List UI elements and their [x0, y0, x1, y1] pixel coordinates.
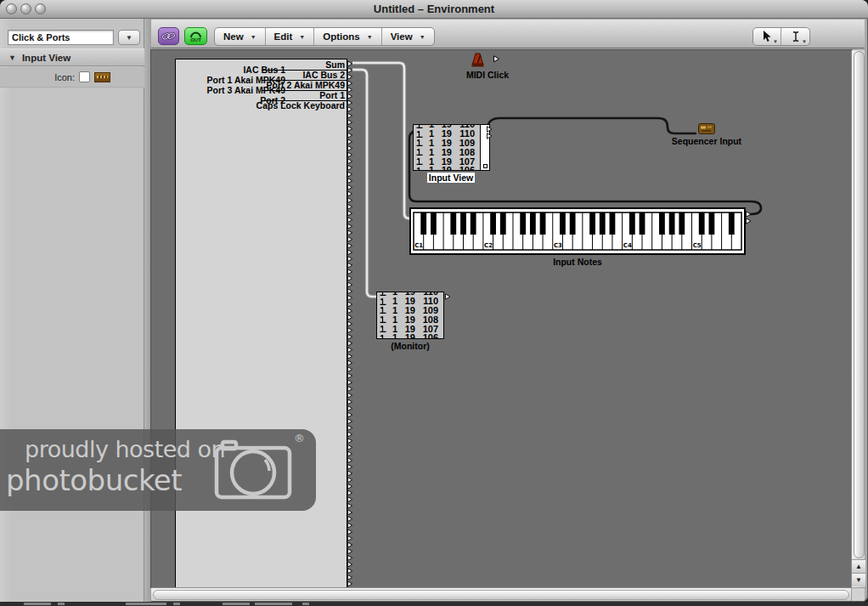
- window-title: Untitled – Environment: [0, 3, 868, 15]
- input-view-monitor-rows: 119110119110119109119108119107119106: [414, 125, 479, 170]
- link-icon: [161, 30, 176, 42]
- monitor-row: 119106: [416, 166, 479, 170]
- svg-text:OUT: OUT: [190, 37, 201, 42]
- icon-parameter-label: Icon:: [0, 72, 75, 82]
- menu-options[interactable]: Options ▼: [314, 28, 381, 45]
- keyboard-object[interactable]: C1C2C3C4C5: [409, 207, 746, 255]
- chevron-down-icon: ▼: [367, 34, 373, 40]
- monitor-row: 119110: [380, 297, 442, 306]
- monitor-row: 119109: [380, 306, 442, 315]
- resize-handle[interactable]: [483, 164, 488, 168]
- monitor-object[interactable]: 119110119110119109119108119107119106: [376, 292, 444, 339]
- monitor-rows: 119110119110119109119108119107119106: [378, 292, 442, 338]
- monitor-row: 119106: [380, 333, 442, 338]
- monitor-row: 119107: [416, 156, 479, 166]
- chevron-down-icon: ▼: [126, 34, 132, 42]
- disclosure-triangle-icon[interactable]: ▼: [8, 54, 16, 62]
- physical-input-port-label: Sum: [325, 60, 345, 69]
- horizontal-scrollbar-thumb[interactable]: [153, 590, 849, 600]
- link-button[interactable]: [158, 27, 179, 45]
- chevron-down-icon: ▼: [299, 34, 305, 40]
- object-icon-thumbnail[interactable]: [94, 72, 110, 82]
- monitor-row: 119107: [380, 324, 442, 333]
- monitor-row: 119108: [380, 314, 442, 324]
- sequencer-input-icon: [698, 123, 715, 134]
- svg-text:C5: C5: [693, 242, 702, 249]
- chevron-down-icon: ▼: [802, 39, 807, 44]
- input-view-label: Input View: [425, 173, 477, 183]
- menu-new[interactable]: New ▼: [215, 28, 266, 45]
- midi-click-object[interactable]: [471, 53, 485, 71]
- svg-text:C3: C3: [554, 242, 562, 249]
- input-view-output-ports[interactable]: [487, 126, 493, 139]
- text-tool-button[interactable]: ▼: [781, 28, 809, 45]
- input-view-monitor-object[interactable]: 119110119110119109119108119107119106: [413, 124, 490, 171]
- parameter-sidebar: ▼ ▼ Input View Icon:: [0, 19, 144, 602]
- scrollbar-corner: [851, 587, 865, 601]
- monitor-row: 119110: [416, 129, 479, 139]
- background-window-strip: [0, 602, 868, 606]
- physical-input-port-label: Caps Lock Keyboard: [256, 101, 345, 110]
- environment-toolbar: OUT New ▼ Edit ▼ Options ▼ View ▼: [151, 20, 865, 48]
- watermark-line2: photobucket: [6, 463, 182, 497]
- layer-selector-dropdown-button[interactable]: ▼: [118, 30, 140, 45]
- arrow-down-icon: ▼: [855, 576, 862, 584]
- environment-menubar: New ▼ Edit ▼ Options ▼ View ▼: [214, 27, 435, 46]
- layer-selector-field[interactable]: [8, 30, 114, 45]
- physical-input-port-label: IAC Bus 1: [243, 65, 285, 74]
- object-parameter-header[interactable]: ▼ Input View: [0, 48, 144, 66]
- pointer-tool-button[interactable]: ▼: [753, 28, 781, 45]
- physical-input-output-ports[interactable]: [347, 59, 353, 587]
- midi-click-output-port[interactable]: [493, 55, 500, 63]
- out-icon: OUT: [188, 30, 204, 43]
- chevron-down-icon: ▼: [420, 34, 426, 40]
- monitor-output-port[interactable]: [445, 293, 452, 301]
- scroll-down-button[interactable]: ▼: [852, 573, 865, 586]
- svg-text:C1: C1: [414, 242, 423, 249]
- svg-text:C2: C2: [484, 242, 493, 249]
- physical-input-port-label: Port 3 Akai MPK49: [207, 86, 285, 94]
- screenshot-root: Untitled – Environment ▼ ▼ Input View Ic…: [0, 0, 868, 606]
- text-cursor-icon: [791, 31, 801, 42]
- physical-input-port-label: Port 1: [319, 91, 345, 99]
- out-button[interactable]: OUT: [184, 27, 207, 45]
- physical-input-port-label: IAC Bus 2: [302, 71, 345, 79]
- horizontal-scrollbar[interactable]: [151, 587, 851, 601]
- titlebar[interactable]: Untitled – Environment: [0, 0, 868, 19]
- tool-selector: ▼ ▼: [752, 27, 810, 46]
- keyboard-output-ports[interactable]: [746, 211, 752, 224]
- menu-view[interactable]: View ▼: [382, 28, 434, 45]
- icon-checkbox[interactable]: [79, 71, 90, 82]
- photobucket-watermark: proudly hosted on photobucket ®: [0, 429, 316, 511]
- watermark-line1: proudly hosted on: [25, 436, 225, 462]
- object-parameter-title: Input View: [22, 53, 70, 63]
- pointer-icon: [762, 31, 772, 42]
- chevron-down-icon: ▼: [773, 39, 778, 44]
- menu-edit[interactable]: Edit ▼: [266, 28, 315, 45]
- monitor-label: (Monitor): [376, 341, 444, 351]
- environment-window: Untitled – Environment ▼ ▼ Input View Ic…: [0, 0, 868, 602]
- registered-mark: ®: [294, 432, 305, 445]
- monitor-row: 119108: [416, 147, 479, 156]
- vertical-scrollbar-thumb[interactable]: [854, 51, 865, 558]
- camera-icon: [214, 439, 292, 501]
- icon-parameter-row: Icon:: [0, 67, 144, 88]
- metronome-icon: [471, 53, 485, 68]
- svg-text:C4: C4: [623, 242, 632, 249]
- monitor-row: 119109: [416, 139, 479, 148]
- sequencer-input-label: Sequencer Input: [668, 136, 746, 146]
- vertical-scrollbar[interactable]: ▲ ▼: [851, 50, 865, 587]
- scroll-up-button[interactable]: ▲: [852, 559, 865, 573]
- midi-click-label: MIDI Click: [459, 70, 516, 80]
- arrow-up-icon: ▲: [855, 563, 862, 570]
- chevron-down-icon: ▼: [251, 34, 256, 40]
- input-notes-label: Input Notes: [535, 257, 620, 267]
